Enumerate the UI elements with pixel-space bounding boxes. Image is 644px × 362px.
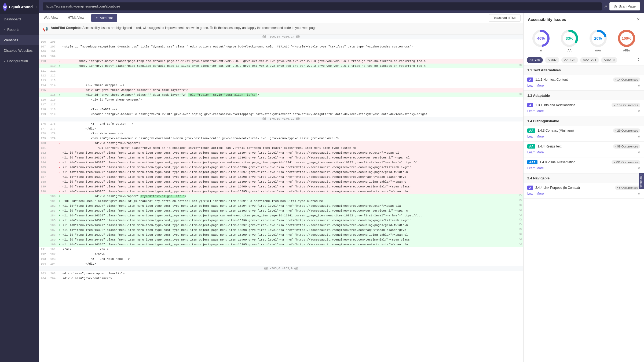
scan-page-button[interactable]: ◔ Scan Page xyxy=(609,2,640,10)
code-line: 194194 </div> xyxy=(39,261,523,266)
tab-html-view[interactable]: HTML View xyxy=(63,13,89,23)
copy-icon[interactable]: ⧉ xyxy=(518,64,523,68)
donut-value-aria: 100% xyxy=(622,36,631,40)
learn-more-button[interactable]: Learn More xyxy=(527,109,544,113)
learn-more-button[interactable]: Learn More xyxy=(527,84,544,87)
issues-list: 1.1 Text Alternatives A 1.1.1 Non-text C… xyxy=(524,65,644,362)
occurrence-badge: • 8 Occurrences xyxy=(615,186,640,190)
tab-web-view[interactable]: Web View xyxy=(39,13,63,23)
sidebar-item-disabled-websites[interactable]: Disabled Websites xyxy=(0,45,39,56)
copy-icon[interactable]: ⧉ xyxy=(518,204,523,208)
learn-more-button[interactable]: Learn More xyxy=(527,150,544,154)
sidebar-item-configuration[interactable]: ▸ Configuration xyxy=(0,56,39,66)
close-button[interactable]: × xyxy=(637,17,640,22)
learn-more-button[interactable]: Learn More xyxy=(527,192,544,195)
copy-icon[interactable]: ⧉ xyxy=(518,218,523,223)
code-line: 263263 <div class="grve-wrapper clearfix… xyxy=(39,271,523,276)
sidebar-item-reports[interactable]: ▸ Reports xyxy=(0,24,39,35)
copy-icon[interactable]: ⧉ xyxy=(518,208,523,213)
issue-item-header: AA 1.4.4 Resize text • 99 Occurrences xyxy=(527,144,640,149)
chart-label-a: A xyxy=(540,49,542,52)
sidebar-add-button[interactable]: + xyxy=(35,5,37,9)
learn-more-button[interactable]: Learn More xyxy=(527,135,544,138)
chart-label-aa: AA xyxy=(568,49,572,52)
sidebar-brand-name: EqualGround xyxy=(9,5,33,9)
expand-icon[interactable]: ∨ xyxy=(638,150,640,154)
issue-actions: Learn More ∨ xyxy=(527,134,640,139)
code-line-removed: 188-<li id="menu-item-16399" class="menu… xyxy=(39,179,523,184)
donut-aa: 33% xyxy=(560,29,579,48)
code-line-added: 181+ <ul id="menu-menu" class="grve-menu… xyxy=(39,199,523,204)
code-line: 108108 xyxy=(39,49,523,54)
expand-icon[interactable]: ∨ xyxy=(638,134,640,139)
code-line: 191191 </ul> </ul> xyxy=(39,247,523,252)
copy-icon[interactable]: ⧉ xyxy=(518,237,523,242)
diff-separator: @@ -263,0 +263,9 @@ xyxy=(39,266,523,271)
filter-a-button[interactable]: A 337 xyxy=(545,57,559,63)
issue-item-header: A 1.3.1 Info and Relationships • 315 Occ… xyxy=(527,103,640,107)
filter-aaa-button[interactable]: AAA 291 xyxy=(580,57,599,63)
donut-value-a: 46% xyxy=(537,36,545,40)
filter-aa-button[interactable]: AA 128 xyxy=(561,57,578,63)
copy-icon[interactable]: ⧉ xyxy=(518,228,523,232)
code-line-removed: 180- <div class="grve-wrapper"> xyxy=(39,141,523,146)
chart-label-aaa: AAA xyxy=(595,49,601,52)
issue-item-header: AAA 1.4.8 Visual Presentation • 291 Occu… xyxy=(527,160,640,164)
code-line-added: 190+<li id="menu-item-16395" class="menu… xyxy=(39,242,523,247)
copy-icon[interactable]: ⧉ xyxy=(518,223,523,228)
sidebar-item-label: Reports xyxy=(7,28,20,32)
copy-icon[interactable]: ⧉ xyxy=(518,194,523,199)
issue-item-header: A 1.1.1 Non-text Content • 14 Occurrence… xyxy=(527,77,640,82)
code-line: 116116 <div id="grve-theme-content"> xyxy=(39,97,523,102)
occurrence-badge: • 291 Occurrences xyxy=(612,160,640,164)
separator-text: @@ -106,14 +106,14 @@ xyxy=(262,35,300,39)
separator-text: @@ -176,19 +176,19 @@ xyxy=(262,117,300,121)
badge-aa: AA xyxy=(527,128,535,133)
scan-btn-label: Scan Page xyxy=(619,4,636,8)
code-line: 117117 xyxy=(39,102,523,107)
learn-more-button[interactable]: Learn More xyxy=(527,166,544,170)
code-line-added: 110+ <body id="grve-body" class="page-te… xyxy=(39,64,523,68)
copy-icon[interactable]: ⧉ xyxy=(518,93,523,97)
code-editor[interactable]: @@ -106,14 +106,14 @@ 106106 107107 <sty… xyxy=(39,35,523,362)
external-link-icon[interactable]: ↗ xyxy=(604,4,607,9)
issue-actions: Learn More ∨ xyxy=(527,191,640,196)
issue-item-header: A 2.4.4 Link Purpose (In Context) • 8 Oc… xyxy=(527,186,640,190)
code-line-added: 188+<li id="menu-item-16399" class="menu… xyxy=(39,232,523,237)
download-html-button[interactable]: Download HTML xyxy=(489,14,521,22)
occurrence-badge: • 29 Occurrences xyxy=(613,128,640,133)
expand-icon[interactable]: ∨ xyxy=(638,83,640,88)
expand-icon[interactable]: ∨ xyxy=(638,191,640,196)
autopilot-message: AutoPilot Complete: Accessibility issues… xyxy=(51,26,317,30)
badge-aa: AA xyxy=(527,144,535,149)
code-line-removed: 183-<li id="menu-item-16393" class="menu… xyxy=(39,155,523,160)
issue-item-1-4-3: AA 1.4.3 Contrast (Minimum) • 29 Occurre… xyxy=(524,126,644,142)
tab-autopilot[interactable]: ✦ AutoPilot xyxy=(91,14,117,22)
url-input[interactable] xyxy=(43,2,602,10)
more-options-icon[interactable]: ⋮ xyxy=(636,57,641,63)
issue-item-1-4-4: AA 1.4.4 Resize text • 99 Occurrences Le… xyxy=(524,142,644,157)
filter-aria-button[interactable]: ARIA 0 xyxy=(601,57,617,63)
issue-section-1-3: 1.3 Adaptable A 1.3.1 Info and Relations… xyxy=(524,91,644,116)
code-line: 176176 <!-- End Safe Button --> xyxy=(39,121,523,126)
feedback-tab[interactable]: Feedback xyxy=(639,173,644,189)
filter-all-button[interactable]: All 756 xyxy=(527,57,543,63)
sidebar-item-websites[interactable]: Websites xyxy=(0,35,39,45)
sidebar-header: W EqualGround + xyxy=(0,0,39,14)
expand-icon[interactable]: ∨ xyxy=(638,109,640,113)
copy-icon[interactable]: ⧉ xyxy=(518,232,523,237)
copy-icon[interactable]: ⧉ xyxy=(518,199,523,204)
expand-icon[interactable]: ∨ xyxy=(638,166,640,170)
issues-panel-header: Accessibility Issues × xyxy=(524,13,644,26)
issue-item-2-4-4: A 2.4.4 Link Purpose (In Context) • 8 Oc… xyxy=(524,183,644,199)
copy-icon[interactable]: ⧉ xyxy=(518,213,523,218)
issue-name: 2.4.4 Link Purpose (In Context) xyxy=(535,186,613,190)
issues-panel-title: Accessibility Issues xyxy=(528,17,566,22)
sidebar-item-dashboard[interactable]: Dashboard xyxy=(0,14,39,24)
autopilot-text: Accessibility issues are highlighted in … xyxy=(82,26,317,30)
copy-icon[interactable]: ⧉ xyxy=(518,242,523,247)
issue-name: 1.4.8 Visual Presentation xyxy=(540,160,609,164)
donut-value-aa: 33% xyxy=(566,36,573,40)
issue-section-1-1: 1.1 Text Alternatives A 1.1.1 Non-text C… xyxy=(524,65,644,91)
code-line: 264264 <div class="grve-container"> xyxy=(39,276,523,281)
